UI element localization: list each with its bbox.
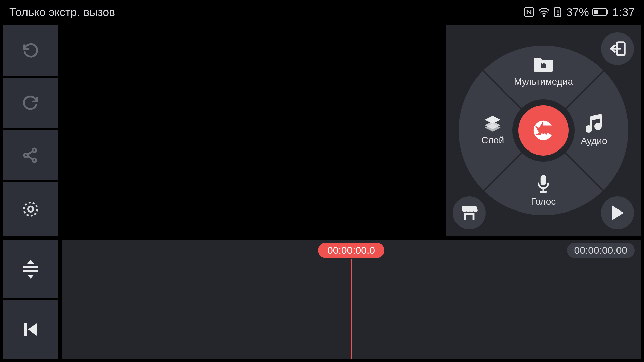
microphone-icon xyxy=(536,174,551,194)
svg-rect-37 xyxy=(23,270,38,272)
svg-rect-36 xyxy=(23,266,38,268)
play-icon xyxy=(610,205,625,221)
redo-button[interactable] xyxy=(3,78,58,128)
svg-rect-16 xyxy=(541,68,546,69)
wheel-voice-label: Голос xyxy=(531,196,556,207)
svg-point-23 xyxy=(587,126,592,132)
gear-icon xyxy=(21,199,40,219)
carrier-text: Только экстр. вызов xyxy=(9,6,115,19)
settings-button[interactable] xyxy=(3,182,58,236)
playhead-line[interactable] xyxy=(351,259,352,359)
undo-icon xyxy=(21,41,40,60)
svg-marker-34 xyxy=(612,205,624,220)
timeline-expand-button[interactable] xyxy=(3,240,58,298)
svg-point-12 xyxy=(28,206,33,212)
right-tool-panel: Мультимедиа Слой Аудио Голос xyxy=(446,25,641,236)
svg-point-3 xyxy=(557,14,558,15)
wheel-layer-button[interactable]: Слой xyxy=(463,115,523,146)
svg-marker-40 xyxy=(28,323,37,336)
clock-text: 1:37 xyxy=(612,6,635,19)
wheel-media-label: Мультимедиа xyxy=(514,76,573,87)
svg-line-11 xyxy=(28,156,33,159)
wheel-audio-label: Аудио xyxy=(581,136,607,146)
playhead-time-badge: 00:00:00.0 xyxy=(318,243,384,258)
exit-icon xyxy=(608,41,627,56)
total-duration-badge: 00:00:00.00 xyxy=(567,243,635,258)
nfc-icon xyxy=(523,6,535,18)
status-icons: 37% 1:37 xyxy=(523,6,635,19)
wheel-media-button[interactable]: Мультимедиа xyxy=(513,55,574,87)
android-status-bar: Только экстр. вызов 37% 1:37 xyxy=(0,0,644,24)
music-note-icon xyxy=(586,114,602,133)
wheel-voice-button[interactable]: Голос xyxy=(513,174,574,207)
preview-viewport[interactable] xyxy=(62,25,438,236)
svg-point-1 xyxy=(543,15,545,16)
store-icon xyxy=(460,204,478,221)
timeline-sidebar xyxy=(3,240,58,359)
wheel-audio-button[interactable]: Аудио xyxy=(564,114,624,146)
svg-rect-18 xyxy=(543,63,544,64)
svg-rect-17 xyxy=(541,63,542,64)
wifi-icon xyxy=(538,7,550,17)
svg-rect-5 xyxy=(607,10,608,14)
battery-percentage: 37% xyxy=(566,6,589,19)
asset-store-button[interactable] xyxy=(453,196,486,229)
svg-rect-19 xyxy=(544,63,545,64)
svg-rect-25 xyxy=(541,175,546,185)
redo-icon xyxy=(21,94,40,112)
undo-button[interactable] xyxy=(3,25,58,76)
media-folder-icon xyxy=(533,55,554,74)
skip-to-start-icon xyxy=(22,321,39,338)
svg-line-10 xyxy=(28,151,33,155)
svg-point-24 xyxy=(596,124,601,129)
wheel-capture-button[interactable] xyxy=(518,105,569,156)
timeline-area[interactable]: 00:00:00.0 00:00:00.00 xyxy=(62,240,641,359)
media-wheel: Мультимедиа Слой Аудио Голос xyxy=(459,46,628,215)
camera-shutter-icon xyxy=(532,119,555,142)
svg-rect-39 xyxy=(24,323,27,336)
share-button[interactable] xyxy=(3,130,58,180)
left-sidebar xyxy=(3,25,58,236)
sim-alert-icon xyxy=(553,6,563,18)
svg-point-29 xyxy=(540,127,547,134)
expand-tracks-icon xyxy=(21,259,40,279)
svg-marker-38 xyxy=(27,275,34,279)
svg-rect-33 xyxy=(466,215,472,220)
exit-project-button[interactable] xyxy=(601,32,634,65)
svg-point-13 xyxy=(24,203,37,216)
timeline-ruler[interactable]: 00:00:00.0 00:00:00.00 xyxy=(62,240,641,259)
play-button[interactable] xyxy=(601,196,634,229)
svg-marker-35 xyxy=(27,260,34,264)
svg-rect-6 xyxy=(594,10,598,14)
share-icon xyxy=(21,146,40,164)
timeline-jump-start-button[interactable] xyxy=(3,300,58,359)
wheel-layer-label: Слой xyxy=(481,135,504,145)
layers-icon xyxy=(483,115,502,132)
battery-icon xyxy=(592,8,609,16)
